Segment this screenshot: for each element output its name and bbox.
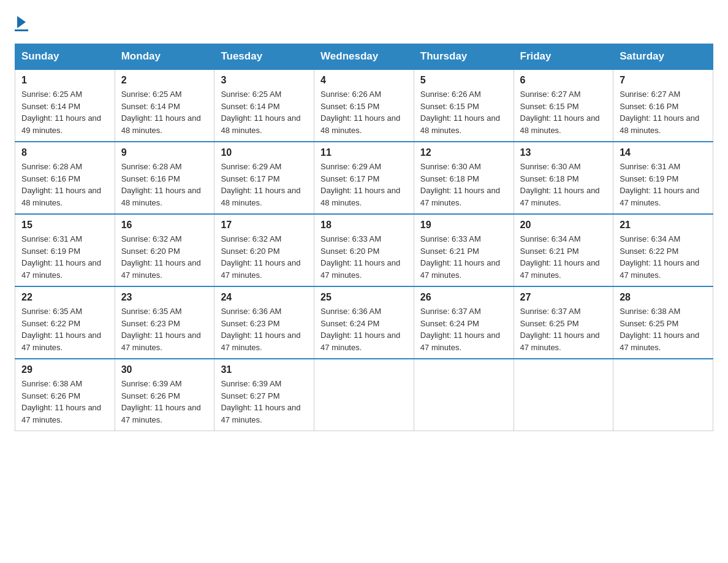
calendar-cell: 30Sunrise: 6:39 AMSunset: 6:26 PMDayligh…: [115, 359, 214, 431]
calendar-week-row: 8Sunrise: 6:28 AMSunset: 6:16 PMDaylight…: [15, 142, 713, 214]
logo-underline: [15, 29, 28, 31]
header: [15, 15, 713, 31]
calendar-cell: 11Sunrise: 6:29 AMSunset: 6:17 PMDayligh…: [314, 142, 414, 214]
calendar-cell: 12Sunrise: 6:30 AMSunset: 6:18 PMDayligh…: [414, 142, 514, 214]
day-info: Sunrise: 6:36 AMSunset: 6:23 PMDaylight:…: [221, 305, 308, 353]
day-info: Sunrise: 6:39 AMSunset: 6:26 PMDaylight:…: [121, 378, 208, 426]
day-number: 9: [121, 147, 208, 158]
day-number: 13: [520, 147, 607, 158]
calendar-cell: 17Sunrise: 6:32 AMSunset: 6:20 PMDayligh…: [214, 214, 314, 286]
day-number: 2: [121, 75, 208, 86]
day-number: 7: [620, 75, 707, 86]
day-info: Sunrise: 6:37 AMSunset: 6:25 PMDaylight:…: [520, 305, 607, 353]
day-number: 31: [221, 364, 308, 375]
calendar-cell: 3Sunrise: 6:25 AMSunset: 6:14 PMDaylight…: [214, 69, 314, 142]
calendar-week-row: 29Sunrise: 6:38 AMSunset: 6:26 PMDayligh…: [15, 359, 713, 431]
calendar-cell: 10Sunrise: 6:29 AMSunset: 6:17 PMDayligh…: [214, 142, 314, 214]
day-number: 21: [620, 220, 707, 231]
day-info: Sunrise: 6:39 AMSunset: 6:27 PMDaylight:…: [221, 378, 308, 426]
calendar-cell: 2Sunrise: 6:25 AMSunset: 6:14 PMDaylight…: [115, 69, 214, 142]
day-info: Sunrise: 6:34 AMSunset: 6:21 PMDaylight:…: [520, 233, 607, 281]
day-number: 23: [121, 292, 208, 303]
calendar-cell: 4Sunrise: 6:26 AMSunset: 6:15 PMDaylight…: [314, 69, 414, 142]
header-wednesday: Wednesday: [314, 44, 414, 70]
day-info: Sunrise: 6:30 AMSunset: 6:18 PMDaylight:…: [420, 161, 507, 209]
calendar-cell: 9Sunrise: 6:28 AMSunset: 6:16 PMDaylight…: [115, 142, 214, 214]
header-sunday: Sunday: [15, 44, 115, 70]
calendar-cell: 15Sunrise: 6:31 AMSunset: 6:19 PMDayligh…: [15, 214, 115, 286]
day-number: 22: [21, 292, 108, 303]
day-info: Sunrise: 6:32 AMSunset: 6:20 PMDaylight:…: [221, 233, 308, 281]
day-number: 18: [320, 220, 408, 231]
calendar-cell: 16Sunrise: 6:32 AMSunset: 6:20 PMDayligh…: [115, 214, 214, 286]
day-number: 1: [21, 75, 108, 86]
day-number: 8: [21, 147, 108, 158]
day-number: 10: [221, 147, 308, 158]
calendar-header-row: SundayMondayTuesdayWednesdayThursdayFrid…: [15, 44, 713, 70]
header-tuesday: Tuesday: [214, 44, 314, 70]
day-info: Sunrise: 6:28 AMSunset: 6:16 PMDaylight:…: [21, 161, 108, 209]
calendar-cell: 20Sunrise: 6:34 AMSunset: 6:21 PMDayligh…: [514, 214, 613, 286]
day-info: Sunrise: 6:35 AMSunset: 6:22 PMDaylight:…: [21, 305, 108, 353]
day-number: 24: [221, 292, 308, 303]
calendar-cell: 26Sunrise: 6:37 AMSunset: 6:24 PMDayligh…: [414, 286, 514, 359]
day-info: Sunrise: 6:31 AMSunset: 6:19 PMDaylight:…: [21, 233, 108, 281]
header-monday: Monday: [115, 44, 214, 70]
day-info: Sunrise: 6:32 AMSunset: 6:20 PMDaylight:…: [121, 233, 208, 281]
day-info: Sunrise: 6:25 AMSunset: 6:14 PMDaylight:…: [21, 88, 108, 136]
calendar-cell: 29Sunrise: 6:38 AMSunset: 6:26 PMDayligh…: [15, 359, 115, 431]
calendar-cell: 14Sunrise: 6:31 AMSunset: 6:19 PMDayligh…: [613, 142, 713, 214]
header-friday: Friday: [514, 44, 613, 70]
day-info: Sunrise: 6:27 AMSunset: 6:15 PMDaylight:…: [520, 88, 607, 136]
calendar-week-row: 22Sunrise: 6:35 AMSunset: 6:22 PMDayligh…: [15, 286, 713, 359]
day-number: 28: [620, 292, 707, 303]
day-number: 16: [121, 220, 208, 231]
calendar-cell: 6Sunrise: 6:27 AMSunset: 6:15 PMDaylight…: [514, 69, 613, 142]
day-number: 26: [420, 292, 507, 303]
logo: [15, 15, 28, 31]
day-info: Sunrise: 6:26 AMSunset: 6:15 PMDaylight:…: [320, 88, 408, 136]
day-info: Sunrise: 6:35 AMSunset: 6:23 PMDaylight:…: [121, 305, 208, 353]
day-info: Sunrise: 6:30 AMSunset: 6:18 PMDaylight:…: [520, 161, 607, 209]
day-info: Sunrise: 6:25 AMSunset: 6:14 PMDaylight:…: [121, 88, 208, 136]
day-info: Sunrise: 6:28 AMSunset: 6:16 PMDaylight:…: [121, 161, 208, 209]
calendar-cell: 27Sunrise: 6:37 AMSunset: 6:25 PMDayligh…: [514, 286, 613, 359]
day-number: 12: [420, 147, 507, 158]
day-number: 19: [420, 220, 507, 231]
calendar-cell: 21Sunrise: 6:34 AMSunset: 6:22 PMDayligh…: [613, 214, 713, 286]
day-number: 20: [520, 220, 607, 231]
day-number: 5: [420, 75, 507, 86]
calendar-cell: 8Sunrise: 6:28 AMSunset: 6:16 PMDaylight…: [15, 142, 115, 214]
calendar-cell: [314, 359, 414, 431]
day-info: Sunrise: 6:37 AMSunset: 6:24 PMDaylight:…: [420, 305, 507, 353]
day-number: 25: [320, 292, 408, 303]
calendar-cell: 5Sunrise: 6:26 AMSunset: 6:15 PMDaylight…: [414, 69, 514, 142]
day-info: Sunrise: 6:29 AMSunset: 6:17 PMDaylight:…: [320, 161, 408, 209]
calendar-cell: 1Sunrise: 6:25 AMSunset: 6:14 PMDaylight…: [15, 69, 115, 142]
day-number: 4: [320, 75, 408, 86]
day-info: Sunrise: 6:34 AMSunset: 6:22 PMDaylight:…: [620, 233, 707, 281]
day-number: 6: [520, 75, 607, 86]
day-info: Sunrise: 6:27 AMSunset: 6:16 PMDaylight:…: [620, 88, 707, 136]
calendar-cell: 31Sunrise: 6:39 AMSunset: 6:27 PMDayligh…: [214, 359, 314, 431]
day-info: Sunrise: 6:33 AMSunset: 6:21 PMDaylight:…: [420, 233, 507, 281]
day-info: Sunrise: 6:25 AMSunset: 6:14 PMDaylight:…: [221, 88, 308, 136]
calendar-cell: 18Sunrise: 6:33 AMSunset: 6:20 PMDayligh…: [314, 214, 414, 286]
day-number: 14: [620, 147, 707, 158]
day-info: Sunrise: 6:36 AMSunset: 6:24 PMDaylight:…: [320, 305, 408, 353]
calendar-table: SundayMondayTuesdayWednesdayThursdayFrid…: [15, 44, 713, 431]
day-number: 30: [121, 364, 208, 375]
day-number: 15: [21, 220, 108, 231]
calendar-cell: [414, 359, 514, 431]
calendar-cell: 24Sunrise: 6:36 AMSunset: 6:23 PMDayligh…: [214, 286, 314, 359]
calendar-cell: 22Sunrise: 6:35 AMSunset: 6:22 PMDayligh…: [15, 286, 115, 359]
calendar-cell: 25Sunrise: 6:36 AMSunset: 6:24 PMDayligh…: [314, 286, 414, 359]
calendar-week-row: 1Sunrise: 6:25 AMSunset: 6:14 PMDaylight…: [15, 69, 713, 142]
calendar-week-row: 15Sunrise: 6:31 AMSunset: 6:19 PMDayligh…: [15, 214, 713, 286]
calendar-cell: 7Sunrise: 6:27 AMSunset: 6:16 PMDaylight…: [613, 69, 713, 142]
calendar-cell: 13Sunrise: 6:30 AMSunset: 6:18 PMDayligh…: [514, 142, 613, 214]
calendar-cell: [514, 359, 613, 431]
calendar-cell: 23Sunrise: 6:35 AMSunset: 6:23 PMDayligh…: [115, 286, 214, 359]
day-info: Sunrise: 6:38 AMSunset: 6:26 PMDaylight:…: [21, 378, 108, 426]
day-info: Sunrise: 6:31 AMSunset: 6:19 PMDaylight:…: [620, 161, 707, 209]
